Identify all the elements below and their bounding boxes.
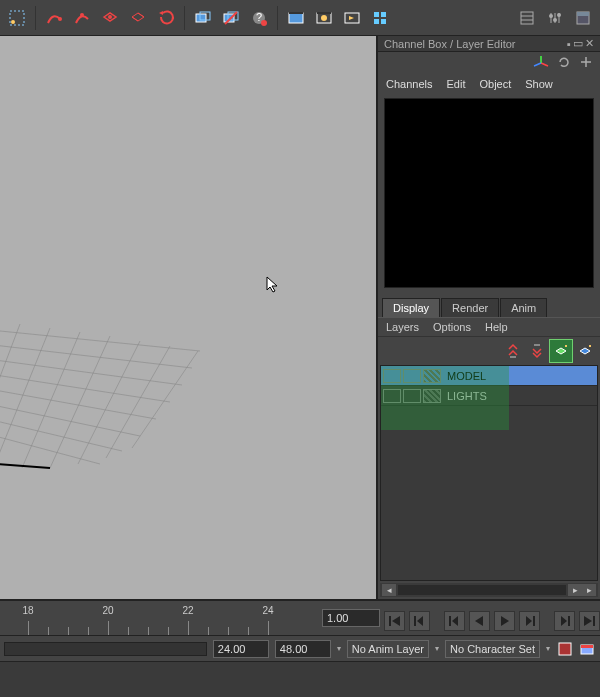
- move-layer-down-icon[interactable]: [526, 340, 548, 362]
- layer-row[interactable]: MODEL: [381, 366, 597, 386]
- svg-point-29: [549, 14, 553, 18]
- snap-surface-icon[interactable]: [97, 5, 123, 31]
- tab-render[interactable]: Render: [441, 298, 499, 317]
- current-frame-field[interactable]: [322, 609, 380, 627]
- snap-point-icon[interactable]: [69, 5, 95, 31]
- svg-text:?: ?: [256, 11, 262, 23]
- svg-line-53: [534, 63, 541, 66]
- viewport-3d[interactable]: [0, 36, 378, 599]
- menu-object[interactable]: Object: [479, 78, 511, 90]
- menu-layers[interactable]: Layers: [386, 321, 419, 333]
- menu-show[interactable]: Show: [525, 78, 553, 90]
- range-slider[interactable]: [4, 642, 207, 656]
- time-ruler[interactable]: 18 20 22 24: [0, 601, 318, 635]
- svg-rect-14: [289, 12, 303, 14]
- layer-hscroll[interactable]: ◂ ▸ ▸: [380, 583, 598, 597]
- sync-icon[interactable]: [556, 54, 572, 72]
- layer-playback-toggle[interactable]: [403, 369, 421, 383]
- svg-line-34: [0, 326, 200, 351]
- step-forward-icon[interactable]: [519, 611, 540, 631]
- dropdown-arrow-icon[interactable]: ▾: [337, 644, 341, 653]
- layer-list[interactable]: MODEL LIGHTS: [380, 365, 598, 581]
- svg-rect-61: [593, 616, 595, 626]
- step-back-key-icon[interactable]: [409, 611, 430, 631]
- tick-label: 20: [102, 605, 113, 616]
- channel-list[interactable]: [384, 98, 594, 288]
- svg-point-31: [557, 13, 561, 17]
- svg-line-40: [0, 410, 122, 451]
- time-slider: 18 20 22 24: [0, 599, 600, 635]
- history-off-icon[interactable]: [218, 5, 244, 31]
- svg-rect-54: [510, 356, 516, 358]
- svg-rect-56: [389, 616, 391, 626]
- layer-name[interactable]: LIGHTS: [447, 390, 487, 402]
- panel-minimize-icon[interactable]: ▭: [573, 37, 583, 50]
- snap-toggle-icon[interactable]: [153, 5, 179, 31]
- svg-point-3: [80, 13, 84, 17]
- playback-controls: [384, 601, 600, 635]
- auto-key-icon[interactable]: [556, 640, 574, 658]
- anim-layer-dropdown[interactable]: No Anim Layer: [347, 640, 429, 658]
- svg-line-45: [22, 332, 80, 468]
- snap-grid-icon[interactable]: [125, 5, 151, 31]
- render-batch-icon[interactable]: [339, 5, 365, 31]
- layer-row[interactable]: LIGHTS: [381, 386, 597, 406]
- render-frame-icon[interactable]: [283, 5, 309, 31]
- dropdown-arrow-icon[interactable]: ▾: [546, 644, 550, 653]
- layer-name[interactable]: MODEL: [447, 370, 486, 382]
- layer-playback-toggle[interactable]: [403, 389, 421, 403]
- expand-icon[interactable]: [578, 54, 594, 72]
- panel-title: Channel Box / Layer Editor: [384, 38, 515, 50]
- play-forward-icon[interactable]: [494, 611, 515, 631]
- svg-line-48: [106, 346, 170, 458]
- panel-close-icon[interactable]: ✕: [585, 37, 594, 50]
- svg-point-12: [261, 20, 267, 26]
- ipr-icon[interactable]: [367, 5, 393, 31]
- character-set-dropdown[interactable]: No Character Set: [445, 640, 540, 658]
- scroll-left-icon[interactable]: ◂: [382, 584, 396, 596]
- construction-history-icon[interactable]: ?: [246, 5, 272, 31]
- step-back-icon[interactable]: [444, 611, 465, 631]
- tab-anim[interactable]: Anim: [500, 298, 547, 317]
- perspective-grid: [0, 296, 210, 476]
- layer-display-type-toggle[interactable]: [423, 369, 441, 383]
- layer-visibility-toggle[interactable]: [383, 389, 401, 403]
- tool-settings-icon[interactable]: [542, 5, 568, 31]
- move-layer-up-icon[interactable]: [502, 340, 524, 362]
- go-to-end-icon[interactable]: [579, 611, 600, 631]
- menu-help[interactable]: Help: [485, 321, 508, 333]
- prefs-icon[interactable]: [578, 640, 596, 658]
- channel-box-icon[interactable]: [570, 5, 596, 31]
- range-start-field[interactable]: [213, 640, 269, 658]
- new-layer-icon[interactable]: [550, 340, 572, 362]
- scroll-end-icon[interactable]: ▸: [582, 584, 596, 596]
- svg-point-17: [321, 15, 327, 21]
- svg-point-1: [11, 20, 15, 24]
- step-forward-key-icon[interactable]: [554, 611, 575, 631]
- panel-title-bar: Channel Box / Layer Editor ▪ ▭ ✕: [378, 36, 600, 52]
- tab-display[interactable]: Display: [382, 298, 440, 317]
- select-lasso-icon[interactable]: [4, 5, 30, 31]
- attr-editor-icon[interactable]: [514, 5, 540, 31]
- scroll-right-icon[interactable]: ▸: [568, 584, 582, 596]
- snap-curve-icon[interactable]: [41, 5, 67, 31]
- layer-display-type-toggle[interactable]: [423, 389, 441, 403]
- layer-visibility-toggle[interactable]: [383, 369, 401, 383]
- layer-tabs: Display Render Anim: [378, 298, 600, 317]
- play-back-icon[interactable]: [469, 611, 490, 631]
- range-end-field[interactable]: [275, 640, 331, 658]
- dropdown-arrow-icon[interactable]: ▾: [435, 644, 439, 653]
- axis-gizmo-icon[interactable]: [532, 54, 550, 72]
- new-layer-selected-icon[interactable]: [574, 340, 596, 362]
- menu-channels[interactable]: Channels: [386, 78, 432, 90]
- render-anim-icon[interactable]: [311, 5, 337, 31]
- range-slider-bar: ▾ No Anim Layer ▾ No Character Set ▾: [0, 635, 600, 661]
- menu-options[interactable]: Options: [433, 321, 471, 333]
- svg-rect-21: [374, 19, 379, 24]
- menu-edit[interactable]: Edit: [446, 78, 465, 90]
- go-to-start-icon[interactable]: [384, 611, 405, 631]
- svg-rect-57: [414, 616, 416, 626]
- svg-point-4: [108, 15, 112, 19]
- panel-dock-icon[interactable]: ▪: [567, 38, 571, 50]
- history-on-icon[interactable]: [190, 5, 216, 31]
